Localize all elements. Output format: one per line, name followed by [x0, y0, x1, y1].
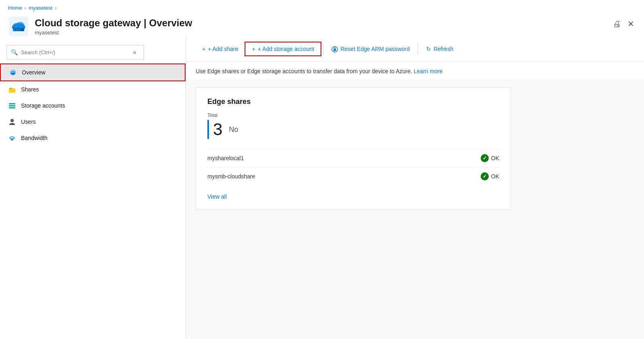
cloud-gateway-icon — [8, 16, 29, 37]
add-storage-account-button[interactable]: + + Add storage account — [245, 42, 321, 56]
svg-rect-16 — [9, 105, 15, 106]
page-subtitle: myasetest — [35, 30, 192, 36]
sidebar-item-storage-label: Storage accounts — [21, 102, 65, 109]
page-title-block: Cloud storage gateway | Overview myasete… — [35, 17, 192, 36]
page-header-left: Cloud storage gateway | Overview myasete… — [8, 16, 192, 37]
bandwidth-icon — [8, 134, 16, 142]
total-bar-indicator — [207, 120, 209, 139]
total-label: Total — [207, 112, 499, 118]
table-row: mysmb-cloudshare ✓ OK — [207, 167, 499, 185]
storage-accounts-icon — [8, 102, 16, 110]
breadcrumb: Home › myasetest › — [0, 0, 644, 14]
search-icon: 🔍 — [11, 49, 18, 55]
total-unit: No — [229, 125, 238, 134]
svg-point-12 — [12, 70, 15, 73]
sidebar: 🔍 « Overview — [0, 37, 186, 339]
toolbar-divider-2 — [418, 43, 418, 55]
refresh-icon: ↻ — [426, 46, 431, 52]
sidebar-item-shares-label: Shares — [21, 86, 39, 93]
refresh-button[interactable]: ↻ Refresh — [420, 42, 460, 55]
total-number: 3 — [213, 121, 222, 138]
svg-rect-14 — [9, 89, 15, 93]
add-storage-icon: + — [252, 46, 255, 52]
svg-rect-17 — [9, 107, 15, 108]
breadcrumb-resource[interactable]: myasetest — [29, 5, 53, 11]
sidebar-item-bandwidth[interactable]: Bandwidth — [0, 130, 186, 146]
breadcrumb-home[interactable]: Home — [8, 5, 22, 11]
page-header: Cloud storage gateway | Overview myasete… — [0, 14, 644, 37]
sidebar-item-users[interactable]: Users — [0, 114, 186, 130]
toolbar-divider-1 — [323, 43, 323, 55]
search-bar-container: 🔍 « — [6, 45, 144, 59]
sidebar-item-shares[interactable]: Shares — [0, 81, 186, 97]
edge-shares-title: Edge shares — [207, 97, 499, 106]
collapse-button[interactable]: « — [130, 47, 139, 57]
ok-icon-1: ✓ — [481, 154, 489, 162]
content-area: + + Add share + + Add storage account — [186, 37, 644, 339]
svg-point-4 — [13, 23, 24, 30]
close-button[interactable]: ✕ — [627, 19, 634, 29]
reset-arm-icon — [332, 45, 338, 52]
search-input[interactable] — [21, 49, 127, 55]
add-share-icon: + — [202, 46, 205, 52]
add-share-button[interactable]: + + Add share — [196, 42, 245, 55]
view-all-link[interactable]: View all — [207, 193, 227, 200]
users-icon — [8, 118, 16, 126]
svg-rect-21 — [334, 49, 336, 51]
svg-rect-8 — [19, 30, 20, 30]
share-status-label-1: OK — [491, 155, 499, 161]
header-icons: 🖨 ✕ — [613, 19, 634, 29]
description-text: Use Edge shares or Edge storage accounts… — [196, 68, 412, 74]
breadcrumb-sep-2: › — [55, 5, 57, 11]
share-status-1: ✓ OK — [481, 154, 499, 162]
description-bar: Use Edge shares or Edge storage accounts… — [186, 61, 644, 79]
svg-rect-6 — [14, 30, 15, 30]
edge-shares-card: Edge shares Total 3 No mysharelocal1 ✓ O… — [196, 87, 511, 210]
main-layout: 🔍 « Overview — [0, 37, 644, 339]
share-name-1: mysharelocal1 — [207, 155, 244, 161]
ok-icon-2: ✓ — [481, 172, 489, 180]
sidebar-item-users-label: Users — [21, 119, 36, 125]
share-list: mysharelocal1 ✓ OK mysmb-cloudshare ✓ OK — [207, 149, 499, 185]
share-name-2: mysmb-cloudshare — [207, 173, 255, 180]
share-status-label-2: OK — [491, 173, 499, 180]
svg-rect-15 — [9, 103, 15, 104]
sidebar-item-overview[interactable]: Overview — [0, 64, 186, 81]
print-button[interactable]: 🖨 — [613, 19, 621, 29]
sidebar-item-overview-label: Overview — [22, 69, 45, 76]
share-status-2: ✓ OK — [481, 172, 499, 180]
toolbar: + + Add share + + Add storage account — [186, 37, 644, 61]
overview-icon — [9, 68, 17, 76]
page-wrapper: Home › myasetest › C — [0, 0, 644, 339]
page-title: Cloud storage gateway | Overview — [35, 17, 192, 29]
sidebar-item-bandwidth-label: Bandwidth — [21, 135, 47, 141]
shares-icon — [8, 85, 16, 93]
table-row: mysharelocal1 ✓ OK — [207, 149, 499, 167]
learn-more-link[interactable]: Learn more — [414, 68, 443, 74]
sidebar-item-storage-accounts[interactable]: Storage accounts — [0, 97, 186, 114]
svg-rect-7 — [16, 30, 18, 30]
svg-point-19 — [11, 138, 13, 140]
reset-arm-password-button[interactable]: Reset Edge ARM password — [325, 42, 416, 55]
breadcrumb-sep-1: › — [25, 5, 26, 11]
svg-point-18 — [11, 119, 14, 122]
search-bar-wrap: 🔍 « — [0, 41, 186, 64]
total-row: 3 No — [207, 120, 499, 139]
content-main: Edge shares Total 3 No mysharelocal1 ✓ O… — [186, 79, 644, 339]
